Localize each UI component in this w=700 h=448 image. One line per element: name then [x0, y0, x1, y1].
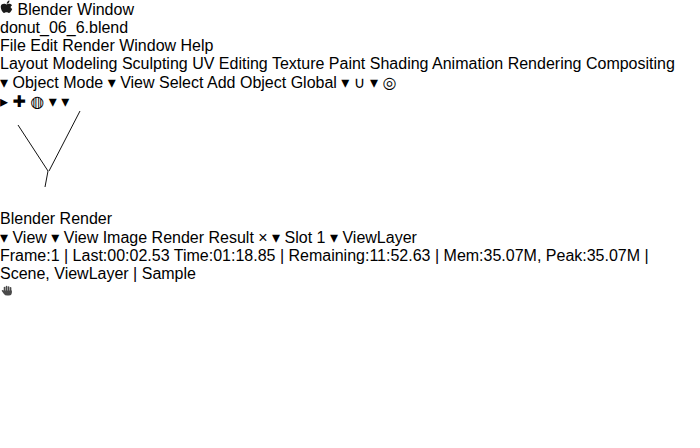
view-mode-label: View: [12, 229, 46, 246]
chevron-down-icon: ▾: [330, 229, 338, 246]
view-layer-label[interactable]: ViewLayer: [342, 229, 416, 246]
chevron-down-icon: ▾: [370, 74, 378, 91]
menu-render[interactable]: Render: [62, 37, 114, 54]
mode-label: Object Mode: [12, 74, 103, 91]
macos-window-menu[interactable]: Window: [77, 1, 134, 18]
proportional-editing-icon[interactable]: ◎: [382, 74, 396, 91]
tab-compositing[interactable]: Compositing: [586, 55, 675, 72]
tab-layout[interactable]: Layout: [0, 55, 48, 72]
render-stats: Frame:1 | Last:00:02.53 Time:01:18.85 | …: [0, 247, 649, 282]
workspace-tabs: Layout Modeling Sculpting UV Editing Tex…: [0, 55, 700, 73]
tab-sculpting[interactable]: Sculpting: [122, 55, 188, 72]
overlays-toggle-icon[interactable]: ◍: [30, 93, 44, 110]
tab-texture-paint[interactable]: Texture Paint: [272, 55, 365, 72]
image-menu-image[interactable]: Image: [103, 229, 147, 246]
image-datablock-field[interactable]: Render Result: [152, 229, 259, 246]
viewport-menu-object[interactable]: Object: [240, 74, 286, 91]
menu-help[interactable]: Help: [181, 37, 214, 54]
render-status-bar: Frame:1 | Last:00:02.53 Time:01:18.85 | …: [0, 247, 700, 283]
view-mode-dropdown[interactable]: View ▾: [12, 229, 63, 246]
viewport-header: ▾ Object Mode ▾ View Select Add Object G…: [0, 73, 700, 111]
macos-app-menu[interactable]: Blender: [17, 1, 72, 18]
unlink-image-icon[interactable]: ×: [258, 229, 267, 246]
blender-window-title: donut_06_6.blend: [0, 19, 128, 36]
image-name: Render Result: [152, 229, 254, 246]
pan-hand-icon[interactable]: [0, 283, 700, 302]
tab-animation[interactable]: Animation: [432, 55, 503, 72]
slot-dropdown[interactable]: Slot 1 ▾: [285, 229, 343, 246]
chevron-down-icon: ▾: [272, 229, 280, 246]
snap-magnet-icon[interactable]: ∪: [354, 74, 366, 91]
light-wireframe: [0, 111, 130, 206]
chevron-down-icon: ▾: [0, 229, 8, 246]
orientation-label: Global: [291, 74, 337, 91]
chevron-down-icon: ▾: [49, 93, 57, 110]
image-menu-view[interactable]: View: [64, 229, 98, 246]
tab-modeling[interactable]: Modeling: [53, 55, 118, 72]
chevron-down-icon: ▾: [108, 74, 116, 91]
display-channels-dropdown[interactable]: ▾: [272, 229, 284, 246]
menu-window[interactable]: Window: [119, 37, 176, 54]
tab-rendering[interactable]: Rendering: [508, 55, 582, 72]
chevron-down-icon: ▾: [341, 74, 349, 91]
render-titlebar[interactable]: Blender Render: [0, 210, 700, 228]
viewport-menu-view[interactable]: View: [120, 74, 154, 91]
macos-menubar: Blender Window: [0, 0, 700, 19]
viewport-menu-add[interactable]: Add: [207, 74, 235, 91]
viewport-3d[interactable]: [0, 111, 700, 210]
image-editor-header: ▾ View ▾ View Image Render Result × ▾ Sl…: [0, 228, 700, 247]
menu-file[interactable]: File: [0, 37, 26, 54]
orientation-dropdown[interactable]: Global ▾: [291, 74, 354, 91]
gizmo-toggle-icon[interactable]: ✚: [12, 93, 25, 110]
render-window-title: Blender Render: [0, 210, 112, 227]
select-tool-icon[interactable]: ▸: [0, 93, 8, 110]
desktop: Blender Window donut_06_6.blend File Edi…: [0, 0, 700, 448]
chevron-down-icon: ▾: [61, 93, 69, 110]
render-result-image[interactable]: [0, 283, 700, 302]
blender-main-window: donut_06_6.blend File Edit Render Window…: [0, 19, 700, 210]
blender-topbar: File Edit Render Window Help Layout Mode…: [0, 37, 700, 73]
tab-shading[interactable]: Shading: [370, 55, 429, 72]
chevron-down-icon: ▾: [51, 229, 59, 246]
viewport-menu-select[interactable]: Select: [159, 74, 203, 91]
apple-menu-icon[interactable]: [0, 1, 17, 18]
mode-dropdown[interactable]: Object Mode ▾: [12, 74, 120, 91]
viewport-header-right: ▸ ✚ ◍ ▾ ▾: [0, 92, 700, 111]
render-window: Blender Render ▾ View ▾ View Image Rende…: [0, 210, 700, 302]
menu-edit[interactable]: Edit: [30, 37, 58, 54]
chevron-down-icon: ▾: [0, 74, 8, 91]
blender-titlebar[interactable]: donut_06_6.blend: [0, 19, 700, 37]
tab-uv-editing[interactable]: UV Editing: [192, 55, 268, 72]
slot-label: Slot 1: [285, 229, 326, 246]
